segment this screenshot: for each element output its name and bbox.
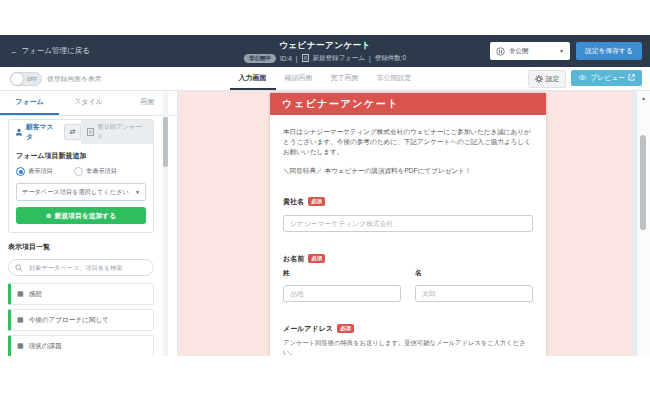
company-name-input[interactable] [283, 215, 533, 232]
toggle-state-label: OFF [27, 76, 37, 82]
form-intro-text: 本日はシナジーマーケティング株式会社のウェビナーにご参加いただき誠にありがとうご… [283, 127, 533, 158]
field-visibility-radios: 表示項目 非表示項目 [16, 167, 146, 176]
sidebar-scroll-area: 顧客マスタ ⇄ 第０回アンケート [8, 115, 154, 356]
plus-circle-icon: ⊕ [46, 212, 52, 220]
form-bonus-text: ＼回答特典／ 本ウェビナーの講演資料をPDFにてプレゼント！ [283, 167, 533, 176]
first-name-input[interactable] [415, 285, 533, 302]
list-item-current-issues[interactable]: ▦ 現状の課題 [8, 335, 154, 356]
field-email-label: メールアドレス [283, 324, 333, 334]
navbar-actions: 非公開 ▼ 設定を保存する [490, 42, 642, 60]
required-badge: 必須 [337, 324, 354, 333]
meta-separator: | [369, 55, 371, 62]
settings-button[interactable]: 設定 [528, 70, 567, 88]
back-to-form-management-link[interactable]: ← フォーム管理に戻る [10, 46, 90, 56]
list-item-future-approach[interactable]: ▦ 今後のアプローチに関して [8, 309, 154, 331]
required-badge: 必須 [308, 197, 325, 206]
add-field-title: フォーム項目新規追加 [16, 151, 146, 161]
database-field-select-value: データベース項目を選択してください [22, 188, 129, 197]
source-tab-customer-master-label: 顧客マスタ [26, 122, 60, 142]
swap-icon: ⇄ [69, 128, 75, 136]
tab-input-screen[interactable]: 入力画面 [230, 67, 276, 90]
meta-separator: | [296, 55, 298, 62]
first-name-label: 名 [415, 269, 533, 278]
tab-confirm-screen[interactable]: 確認画面 [276, 67, 322, 90]
toggle-label: 仮登録画面を表示 [47, 74, 102, 84]
field-name-label-row: お名前 必須 [283, 254, 533, 264]
add-field-card-body: フォーム項目新規追加 表示項目 非表示項目 [9, 144, 153, 232]
eye-icon [578, 74, 587, 81]
form-builder-sidebar: フォーム スタイル 画面 顧客マスタ [0, 91, 178, 356]
add-new-field-label: 新規項目を追加する [55, 211, 117, 221]
source-tab-survey[interactable]: 第０回アンケート [81, 120, 153, 144]
toggle-knob [11, 73, 23, 85]
preview-scrollbar[interactable]: ▲ [636, 91, 650, 356]
field-email: メールアドレス 必須 アンケート回答後の特典をお送りします。受信可能なメールアド… [283, 324, 533, 356]
visibility-select[interactable]: 非公開 ▼ [490, 42, 570, 60]
status-badge: 非公開中 [244, 54, 276, 63]
drag-handle-icon: ▦ [17, 316, 24, 324]
form-preview-pane: ウェビナーアンケート 本日はシナジーマーケティング株式会社のウェビナーにご参加い… [178, 91, 650, 356]
last-name-label: 姓 [283, 269, 401, 278]
source-tab-customer-master[interactable]: 顧客マスタ [9, 120, 64, 144]
item-search-input[interactable] [27, 263, 147, 272]
list-item-label: 感想 [29, 290, 42, 299]
form-preview-header: ウェビナーアンケート [270, 93, 546, 115]
screen-toolbar: OFF 仮登録画面を表示 入力画面 確認画面 完了画面 非公開設定 [0, 67, 650, 91]
add-field-card: 顧客マスタ ⇄ 第０回アンケート [8, 119, 154, 233]
sidebar-tab-style[interactable]: スタイル [59, 91, 118, 115]
preview-button[interactable]: プレビュー [571, 70, 642, 86]
preview-scrollbar-thumb[interactable] [640, 135, 646, 230]
data-source-tabs: 顧客マスタ ⇄ 第０回アンケート [9, 120, 153, 144]
page-title: ウェビナーアンケート [244, 40, 406, 52]
item-search-box[interactable] [8, 259, 154, 276]
database-field-select[interactable]: データベース項目を選択してください ▼ [16, 183, 146, 201]
list-item-label: 今後のアプローチに関して [29, 316, 109, 325]
form-preview-body: 本日はシナジーマーケティング株式会社のウェビナーにご参加いただき誠にありがとうご… [270, 115, 546, 356]
last-name-input[interactable] [283, 285, 401, 302]
settings-button-label: 設定 [546, 74, 560, 84]
field-name: お名前 必須 姓 名 [283, 254, 533, 302]
screen-tabs: 入力画面 確認画面 完了画面 非公開設定 [230, 67, 421, 90]
field-company: 貴社名 必須 [283, 197, 533, 232]
form-preview-card: ウェビナーアンケート 本日はシナジーマーケティング株式会社のウェビナーにご参加い… [270, 93, 546, 356]
pause-circle-icon [496, 47, 505, 56]
sidebar-tab-form[interactable]: フォーム [0, 91, 59, 115]
field-email-description: アンケート回答後の特典をお送りします。受信可能なメールアドレスをご入力ください。 [283, 338, 533, 356]
radio-visible-item[interactable]: 表示項目 [16, 167, 62, 176]
top-navbar: ← フォーム管理に戻る ウェビナーアンケート 非公開中 ID:4 | 新規登録フ… [0, 35, 650, 67]
preview-button-label: プレビュー [590, 73, 625, 83]
swap-source-button[interactable]: ⇄ [64, 124, 82, 140]
scroll-up-arrow-icon: ▲ [637, 95, 650, 101]
caret-down-icon: ▼ [135, 189, 140, 195]
external-link-icon [628, 74, 635, 81]
last-name-column: 姓 [283, 269, 401, 302]
field-email-label-row: メールアドレス 必須 [283, 324, 533, 334]
list-item-feedback[interactable]: ▦ 感想 [8, 283, 154, 305]
registration-count: 登録件数:0 [375, 54, 406, 63]
radio-unselected-icon [74, 167, 83, 176]
temp-registration-toggle-group: OFF 仮登録画面を表示 [10, 72, 102, 86]
search-icon [15, 264, 23, 272]
sidebar-scrollbar-thumb[interactable] [163, 117, 168, 167]
add-new-field-button[interactable]: ⊕ 新規項目を追加する [16, 207, 146, 224]
drag-handle-icon: ▦ [17, 342, 24, 350]
radio-hidden-label: 非表示項目 [86, 167, 117, 175]
drag-handle-icon: ▦ [17, 290, 24, 298]
form-id: ID:4 [280, 55, 292, 62]
tab-private-settings[interactable]: 非公開設定 [368, 67, 421, 90]
field-name-label: お名前 [283, 254, 304, 264]
first-name-column: 名 [415, 269, 533, 302]
required-badge: 必須 [308, 254, 325, 263]
gear-icon [535, 75, 543, 83]
temp-registration-toggle[interactable]: OFF [10, 72, 42, 86]
save-settings-button[interactable]: 設定を保存する [576, 42, 642, 60]
visibility-value: 非公開 [509, 47, 529, 56]
radio-selected-icon [16, 167, 25, 176]
tab-complete-screen[interactable]: 完了画面 [322, 67, 368, 90]
app-window: ← フォーム管理に戻る ウェビナーアンケート 非公開中 ID:4 | 新規登録フ… [0, 35, 650, 355]
sidebar-tabs: フォーム スタイル 画面 [0, 91, 177, 116]
visible-items-title: 表示項目一覧 [8, 242, 154, 252]
field-company-label-row: 貴社名 必須 [283, 197, 533, 207]
sidebar-tab-screen[interactable]: 画面 [118, 91, 177, 115]
radio-hidden-item[interactable]: 非表示項目 [74, 167, 120, 176]
